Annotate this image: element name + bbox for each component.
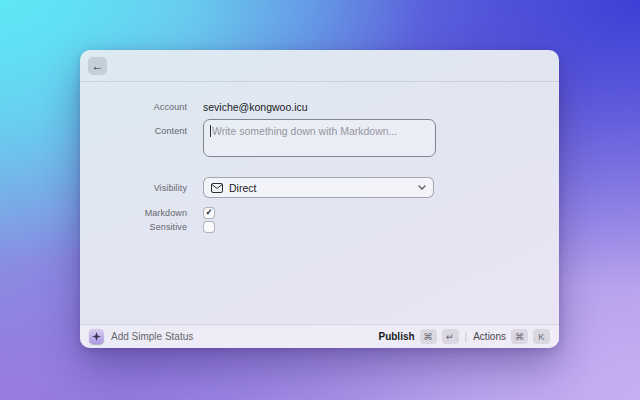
compose-status-window: ← Account seviche@kongwoo.icu Content Wr…	[80, 50, 559, 348]
account-value: seviche@kongwoo.icu	[203, 101, 559, 113]
checkmark-icon: ✓	[205, 208, 212, 217]
visibility-label: Visibility	[80, 183, 187, 193]
content-placeholder: Write something down with Markdown...	[212, 125, 397, 137]
command-key-icon: ⌘	[420, 329, 437, 344]
footer-divider: |	[464, 331, 469, 342]
titlebar: ←	[80, 50, 559, 82]
sensitive-row: Sensitive	[80, 220, 559, 233]
text-cursor	[210, 125, 211, 137]
visibility-row: Visibility Direct	[80, 177, 559, 198]
envelope-icon	[211, 183, 223, 193]
markdown-row: Markdown ✓	[80, 206, 559, 219]
content-textarea[interactable]: Write something down with Markdown...	[203, 119, 436, 157]
sensitive-checkbox[interactable]	[203, 221, 215, 233]
content-label: Content	[80, 119, 187, 136]
compose-form: Account seviche@kongwoo.icu Content Writ…	[80, 82, 559, 233]
footer-bar: Add Simple Status Publish ⌘ ↵ | Actions …	[80, 324, 559, 348]
account-row: Account seviche@kongwoo.icu	[80, 100, 559, 114]
command-key-icon: ⌘	[511, 329, 528, 344]
content-row: Content Write something down with Markdo…	[80, 119, 559, 157]
visibility-dropdown[interactable]: Direct	[203, 177, 434, 198]
chevron-down-icon	[418, 185, 426, 190]
app-title: Add Simple Status	[111, 331, 193, 342]
footer-actions: Publish ⌘ ↵ | Actions ⌘ K	[378, 329, 550, 344]
sensitive-label: Sensitive	[80, 222, 187, 232]
actions-button[interactable]: Actions	[473, 331, 506, 342]
app-icon	[89, 329, 104, 344]
account-label: Account	[80, 102, 187, 112]
back-arrow-icon: ←	[92, 60, 104, 72]
visibility-value: Direct	[229, 182, 256, 194]
markdown-label: Markdown	[80, 208, 187, 218]
back-button[interactable]: ←	[88, 57, 107, 75]
markdown-checkbox[interactable]: ✓	[203, 207, 215, 219]
publish-button[interactable]: Publish	[378, 331, 414, 342]
return-key-icon: ↵	[442, 329, 459, 344]
k-key-icon: K	[533, 329, 550, 344]
